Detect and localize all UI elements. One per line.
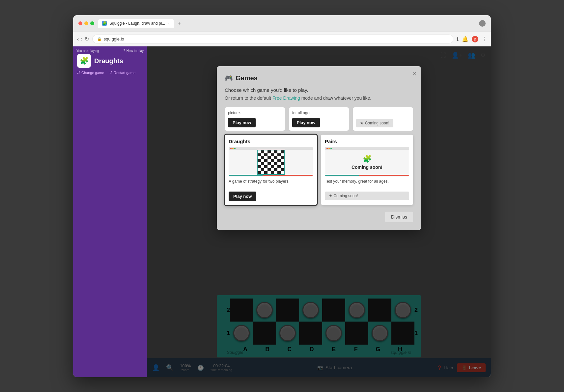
profile-badge[interactable]: D xyxy=(472,36,478,42)
browser-nav-buttons: ‹ › ↻ xyxy=(77,36,89,42)
pairs-preview-bar-bottom xyxy=(325,175,409,176)
restart-game-button[interactable]: ↺ Restart game xyxy=(109,70,135,75)
game-card-1-desc: picture. xyxy=(228,111,282,115)
preview-dot-green xyxy=(234,148,236,149)
forward-icon[interactable]: › xyxy=(81,36,82,42)
change-game-button[interactable]: ⇄ Change game xyxy=(77,70,104,75)
puzzle-icon: 🧩 xyxy=(363,155,372,163)
back-icon[interactable]: ‹ xyxy=(77,36,79,42)
game-card-1: picture. Play now xyxy=(225,107,285,131)
modal-overlay: × 🎮 Games Choose which game you'd like t… xyxy=(147,46,491,377)
change-game-label: Change game xyxy=(81,71,104,75)
coming-soon-preview: 🧩 Coming soon! xyxy=(325,150,409,174)
modal-title: 🎮 Games xyxy=(225,74,413,82)
checkerboard-container xyxy=(229,150,313,175)
browser-tab[interactable]: 🧩 Squiggle - Laugh, draw and pl... × xyxy=(98,19,174,28)
pairs-card: Pairs 🧩 Coming soon! xyxy=(321,135,413,205)
menu-icon[interactable]: ⋮ xyxy=(482,36,487,42)
pairs-preview: 🧩 Coming soon! xyxy=(325,147,409,176)
top-game-cards-row: picture. Play now for all ages. Play now… xyxy=(225,107,413,131)
checkerboard xyxy=(257,150,285,175)
browser-content: You are playing ? How to play 🧩 Draughts… xyxy=(73,46,491,377)
modal-description: Or return to the default Free Drawing mo… xyxy=(225,95,413,101)
toolbar-icons: ℹ 🔔 D ⋮ xyxy=(457,36,487,42)
gamepad-icon: 🎮 xyxy=(225,74,233,82)
pairs-dot-green xyxy=(330,148,332,149)
pairs-coming-soon-text: Coming soon! xyxy=(352,165,382,170)
dismiss-button[interactable]: Dismiss xyxy=(385,212,413,222)
sidebar-playing-label: You are playing xyxy=(76,49,99,53)
play-now-button-2[interactable]: Play now xyxy=(292,118,320,127)
pairs-coming-soon-badge: ★ Coming soon! xyxy=(325,192,409,200)
modal-subtitle: Choose which game you'd like to play. xyxy=(225,87,413,93)
draughts-play-button[interactable]: Play now xyxy=(229,192,256,201)
info-icon[interactable]: ℹ xyxy=(457,36,459,42)
preview-dot-red xyxy=(230,148,232,149)
modal-footer: Dismiss xyxy=(225,212,413,222)
game-card-3: ★ Coming soon! xyxy=(353,107,413,131)
game-card-2-desc: for all ages. xyxy=(292,111,346,115)
sidebar-top-row: You are playing ? How to play xyxy=(73,46,147,54)
draughts-title: Draughts xyxy=(229,139,313,144)
pairs-dot-yellow xyxy=(328,148,330,149)
minimize-button[interactable] xyxy=(84,21,88,25)
draughts-preview xyxy=(229,147,313,176)
free-drawing-link[interactable]: Free Drawing xyxy=(272,95,300,101)
change-game-icon: ⇄ xyxy=(77,70,80,75)
traffic-lights xyxy=(78,21,94,25)
play-now-button-1[interactable]: Play now xyxy=(228,118,256,127)
tab-favicon: 🧩 xyxy=(102,21,107,26)
tab-bar: 🧩 Squiggle - Laugh, draw and pl... × + xyxy=(98,19,475,28)
address-text: squiggle.io xyxy=(104,37,124,41)
how-to-play-label: How to play xyxy=(127,49,144,53)
pairs-title: Pairs xyxy=(325,139,409,144)
games-grid: Draughts xyxy=(225,135,413,205)
restart-icon: ↺ xyxy=(109,70,112,75)
restart-game-label: Restart game xyxy=(114,71,135,75)
games-modal: × 🎮 Games Choose which game you'd like t… xyxy=(217,66,421,230)
browser-window: 🧩 Squiggle - Laugh, draw and pl... × + ‹… xyxy=(73,15,491,377)
game-area: ⛶ 👤+ 👥 ⚙ 2 xyxy=(147,46,491,377)
modal-close-button[interactable]: × xyxy=(412,70,416,78)
pairs-preview-bar-top xyxy=(325,147,409,150)
how-to-play-link[interactable]: ? How to play xyxy=(123,49,144,53)
pairs-dot-red xyxy=(326,148,328,149)
tab-title: Squiggle - Laugh, draw and pl... xyxy=(109,21,165,26)
sidebar-actions: ⇄ Change game ↺ Restart game xyxy=(73,70,147,79)
game-card-2: for all ages. Play now xyxy=(289,107,349,131)
refresh-icon[interactable]: ↻ xyxy=(85,36,89,42)
question-icon: ? xyxy=(123,49,125,53)
preview-bar-bottom xyxy=(229,175,313,176)
profile-icon xyxy=(479,20,486,27)
close-button[interactable] xyxy=(78,21,82,25)
coming-soon-badge-1: ★ Coming soon! xyxy=(356,119,393,127)
draughts-desc: A game of strategy for two players. xyxy=(229,179,313,188)
new-tab-button[interactable]: + xyxy=(175,19,183,27)
tab-close-icon[interactable]: × xyxy=(168,21,170,25)
draughts-card: Draughts xyxy=(225,135,317,205)
browser-titlebar: 🧩 Squiggle - Laugh, draw and pl... × + xyxy=(73,15,491,32)
preview-dot-yellow xyxy=(232,148,234,149)
address-bar[interactable]: 🔒 squiggle.io xyxy=(92,35,453,43)
browser-toolbar: ‹ › ↻ 🔒 squiggle.io ℹ 🔔 D ⋮ xyxy=(73,32,491,46)
sidebar: You are playing ? How to play 🧩 Draughts… xyxy=(73,46,147,377)
sidebar-logo: 🧩 xyxy=(77,54,91,68)
pairs-desc: Test your memory, great for all ages. xyxy=(325,179,409,188)
preview-bar-top xyxy=(229,147,313,150)
notifications-icon[interactable]: 🔔 xyxy=(462,36,468,42)
sidebar-game-name: Draughts xyxy=(94,57,123,65)
maximize-button[interactable] xyxy=(90,21,94,25)
